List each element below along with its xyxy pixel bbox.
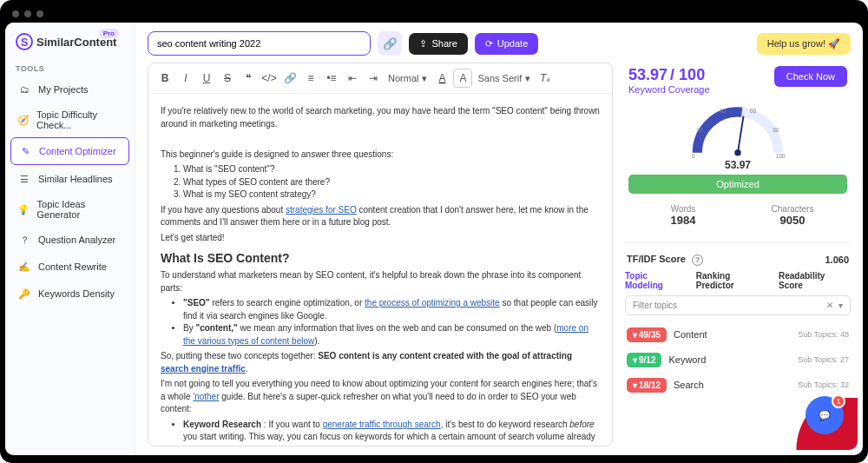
coverage-label: Keyword Coverage — [628, 84, 710, 95]
nav-label: Topic Difficulty Check... — [36, 109, 122, 130]
underline-button[interactable]: U — [197, 69, 216, 88]
list-item: What is "SEO content"? — [183, 163, 600, 176]
chars-label: Characters — [738, 204, 847, 214]
chevron-down-icon: ▾ — [525, 73, 530, 84]
nav-question-analyzer[interactable]: ？ Question Analyzer — [10, 227, 129, 253]
refresh-icon: ⟳ — [485, 38, 493, 50]
text-color-button[interactable]: A — [432, 69, 451, 88]
svg-text:100: 100 — [776, 153, 786, 159]
list-item: Keyword Research : If you want to genera… — [183, 419, 600, 446]
check-now-button[interactable]: Check Now — [774, 66, 847, 87]
optimized-badge: Optimized — [628, 175, 847, 194]
topic-row-content[interactable]: ▾49/35 Content Sub Topics: 48 — [625, 322, 851, 347]
link-nother[interactable]: 'nother — [193, 392, 219, 401]
list-ol-button[interactable]: ≡ — [301, 69, 320, 88]
editor-pane: B I U S ❝ </> 🔗 ≡ •≡ ⇤ ⇥ Normal ▾ — [148, 63, 613, 446]
gauge-icon: 🧭 — [17, 113, 30, 127]
font-select[interactable]: Sans Serif ▾ — [474, 71, 534, 86]
nav-keywords-density[interactable]: 🔑 Keywords Density — [10, 281, 129, 307]
filter-topics-input[interactable]: Filter topics ✕ ▾ — [625, 295, 851, 315]
quote-button[interactable]: ❝ — [239, 69, 258, 88]
paragraph: If you have any questions about strategi… — [161, 204, 600, 229]
outdent-button[interactable]: ⇤ — [343, 69, 362, 88]
clear-format-button[interactable]: Tₓ — [536, 69, 555, 88]
chevron-down-icon[interactable]: ▾ — [838, 301, 843, 310]
help-label: Help us grow! 🚀 — [767, 38, 840, 50]
link-search-traffic[interactable]: search engine traffic — [161, 364, 246, 374]
coverage-total: / 100 — [670, 66, 705, 83]
tab-ranking-predictor[interactable]: Ranking Predictor — [696, 271, 770, 290]
words-value: 1984 — [628, 214, 738, 227]
help-us-grow-button[interactable]: Help us grow! 🚀 — [757, 33, 851, 55]
topic-name: Keyword — [668, 354, 791, 365]
clear-icon[interactable]: ✕ — [826, 301, 833, 310]
nav-label: My Projects — [38, 84, 88, 95]
question-icon: ？ — [17, 233, 31, 247]
bold-button[interactable]: B — [155, 69, 174, 88]
share-icon: ⇪ — [419, 38, 427, 50]
topic-ratio-pill: ▾49/35 — [627, 327, 667, 342]
nav-content-optimizer[interactable]: ✎ Content Optimizer — [10, 137, 129, 165]
gauge-value: 53.97 — [725, 159, 751, 171]
nav-my-projects[interactable]: 🗂 My Projects — [10, 76, 129, 103]
sidebar: S SimilarContent Pro TOOLS 🗂 My Projects… — [5, 23, 135, 455]
nav-content-rewrite[interactable]: ✍ Content Rewrite — [10, 254, 129, 280]
list-item: By "content," we mean any information th… — [183, 322, 600, 347]
coverage-gauge: 0 20 40 60 80 100 — [681, 100, 794, 161]
list-ul-button[interactable]: •≡ — [322, 69, 341, 88]
link-generate-traffic[interactable]: generate traffic through search — [323, 420, 441, 429]
editor-content[interactable]: If you're relatively new to the world of… — [148, 94, 612, 446]
coverage-score: 53.97 — [628, 66, 667, 83]
paragraph: So, putting these two concepts together:… — [161, 350, 600, 375]
nav-label: Content Rewrite — [38, 261, 107, 272]
link-button[interactable]: 🔗 — [280, 69, 299, 88]
tab-topic-modeling[interactable]: Topic Modeling — [625, 271, 687, 290]
heading-select[interactable]: Normal ▾ — [385, 71, 431, 86]
paragraph: This beginner's guide is designed to ans… — [161, 149, 600, 162]
share-button[interactable]: ⇪ Share — [409, 33, 467, 55]
chat-badge: 1 — [832, 394, 845, 408]
svg-text:40: 40 — [720, 108, 727, 114]
chat-widget[interactable]: 💬 1 — [806, 396, 844, 434]
update-label: Update — [497, 38, 528, 49]
folder-icon: 🗂 — [17, 83, 31, 96]
nav-label: Similar Headlines — [38, 174, 113, 184]
svg-text:80: 80 — [773, 127, 779, 133]
tfidf-value: 1.060 — [825, 255, 849, 265]
tab-readability-score[interactable]: Readability Score — [779, 271, 851, 290]
chat-icon: 💬 — [819, 410, 831, 421]
paragraph: If you're relatively new to the world of… — [161, 105, 600, 130]
topic-row-keyword[interactable]: ▾9/12 Keyword Sub Topics: 27 — [625, 347, 851, 373]
share-label: Share — [431, 38, 457, 49]
brand-logo[interactable]: S SimilarContent Pro — [10, 31, 129, 59]
bulb-icon: 💡 — [17, 202, 30, 216]
update-button[interactable]: ⟳ Update — [475, 33, 538, 55]
list-item: What types of SEO content are there? — [183, 176, 600, 189]
nav-label: Keywords Density — [38, 288, 115, 299]
link-button[interactable]: 🔗 — [378, 31, 402, 56]
list-item: "SEO" refers to search engine optimizati… — [183, 297, 600, 322]
strike-button[interactable]: S — [218, 69, 237, 88]
browser-dots — [5, 5, 863, 23]
keyword-search-input[interactable] — [148, 31, 371, 56]
italic-button[interactable]: I — [176, 69, 195, 88]
info-icon[interactable]: ? — [692, 255, 703, 266]
nav-similar-headlines[interactable]: ☰ Similar Headlines — [10, 166, 129, 192]
paragraph: To understand what marketers mean by SEO… — [161, 269, 600, 294]
nav-topic-ideas[interactable]: 💡 Topic Ideas Generator — [10, 193, 129, 226]
topic-row-search[interactable]: ▾18/12 Search Sub Topics: 32 — [625, 373, 851, 398]
svg-text:20: 20 — [696, 127, 703, 133]
svg-point-1 — [734, 149, 740, 155]
bg-color-button[interactable]: A — [453, 69, 472, 88]
nav-topic-difficulty[interactable]: 🧭 Topic Difficulty Check... — [10, 103, 129, 136]
code-button[interactable]: </> — [260, 69, 279, 88]
chevron-down-icon: ▾ — [422, 73, 427, 84]
link-keyword-niches[interactable]: keyword niches — [378, 445, 438, 446]
link-optimize-website[interactable]: the process of optimizing a website — [365, 298, 500, 308]
link-icon: 🔗 — [383, 37, 398, 50]
link-strategies[interactable]: strategies for SEO — [286, 205, 357, 215]
indent-button[interactable]: ⇥ — [364, 69, 383, 88]
editor-toolbar: B I U S ❝ </> 🔗 ≡ •≡ ⇤ ⇥ Normal ▾ — [148, 63, 612, 94]
right-panel: 53.97 / 100 Keyword Coverage Check Now — [625, 63, 851, 446]
logo-mark: S — [16, 33, 33, 50]
